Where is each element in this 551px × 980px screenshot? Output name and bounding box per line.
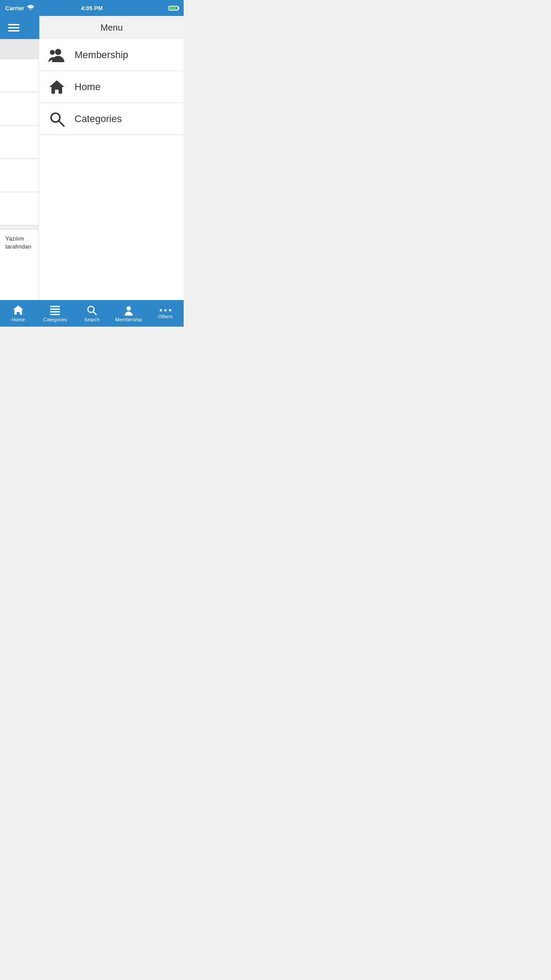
tab-item-membership[interactable]: Membership [110, 300, 147, 327]
search-tab-icon [87, 305, 97, 316]
tab-bar: Home Categories Search [0, 300, 184, 327]
svg-line-3 [59, 121, 64, 126]
tab-label-categories: Categories [43, 317, 67, 322]
svg-point-11 [126, 306, 131, 311]
svg-rect-6 [50, 311, 60, 312]
tab-item-categories[interactable]: Categories [37, 300, 74, 327]
tab-item-home[interactable]: Home [0, 300, 37, 327]
tab-label-search: Search [84, 317, 100, 322]
sidebar-item-block-1 [0, 59, 39, 92]
hamburger-line-1 [8, 24, 20, 25]
others-tab-icon [160, 308, 171, 312]
menu-item-home[interactable]: Home [39, 71, 184, 103]
svg-point-13 [164, 309, 166, 311]
status-left: Carrier [5, 5, 34, 12]
tab-item-others[interactable]: Others [147, 300, 184, 327]
hamburger-line-3 [8, 30, 20, 32]
hamburger-line-2 [8, 27, 20, 28]
header: Menu [0, 16, 184, 39]
menu-item-categories-label: Categories [75, 113, 122, 125]
sidebar-footer: Yazılım tarafından [0, 229, 39, 300]
hamburger-button[interactable] [0, 16, 39, 39]
menu-item-membership[interactable]: Membership [39, 39, 184, 71]
sidebar-footer-text: Yazılım tarafından [5, 235, 31, 250]
sidebar-item-block-2 [0, 92, 39, 126]
tab-label-home: Home [12, 317, 25, 322]
svg-rect-7 [50, 314, 60, 315]
wifi-icon [27, 5, 34, 12]
home-tab-icon [12, 305, 24, 316]
sidebar-item-block-4 [0, 159, 39, 192]
menu-item-categories[interactable]: Categories [39, 103, 184, 135]
tab-label-others: Others [158, 314, 173, 319]
menu-item-home-label: Home [75, 81, 101, 93]
svg-point-14 [169, 309, 171, 311]
svg-rect-5 [50, 308, 60, 310]
carrier-label: Carrier [5, 5, 24, 12]
sidebar: Yazılım tarafından [0, 39, 39, 300]
svg-point-1 [50, 50, 55, 55]
status-bar: Carrier 4:05 PM [0, 0, 184, 16]
sidebar-item-block-5 [0, 192, 39, 225]
svg-line-10 [93, 312, 96, 315]
sidebar-items [0, 59, 39, 225]
sidebar-top [0, 39, 39, 59]
categories-tab-icon [49, 305, 61, 316]
people-icon [48, 46, 66, 64]
svg-point-0 [55, 49, 61, 55]
categories-search-icon [48, 110, 66, 128]
main-container: Yazılım tarafından Membership [0, 39, 184, 300]
header-title: Menu [100, 23, 122, 33]
header-title-area: Menu [39, 16, 184, 39]
battery-fill [170, 7, 176, 9]
status-time: 4:05 PM [81, 5, 102, 12]
sidebar-item-block-3 [0, 126, 39, 159]
svg-rect-8 [50, 306, 60, 307]
membership-tab-icon [123, 305, 134, 316]
status-right [169, 6, 178, 11]
battery-icon [169, 6, 178, 11]
tab-item-search[interactable]: Search [74, 300, 110, 327]
menu-panel: Membership Home Categories [39, 39, 184, 300]
menu-item-membership-label: Membership [75, 49, 128, 61]
svg-point-12 [160, 309, 162, 311]
home-icon [48, 78, 66, 96]
tab-label-membership: Membership [115, 317, 142, 322]
